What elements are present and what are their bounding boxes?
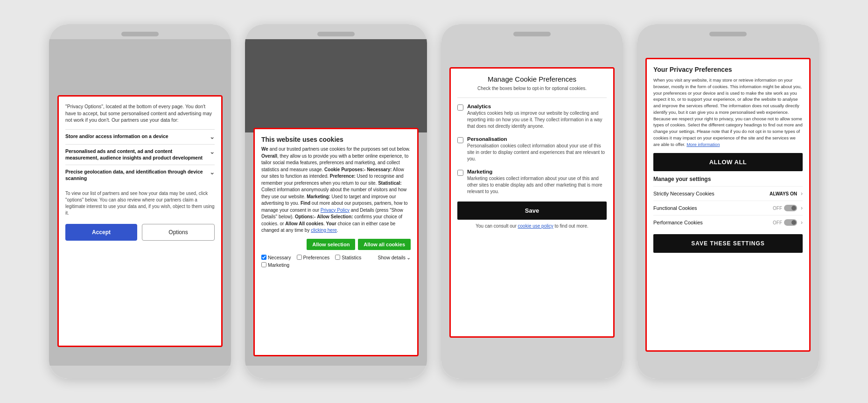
personalisation-checkbox[interactable] — [457, 137, 463, 143]
performance-cookies-row[interactable]: Performance Cookies OFF › — [653, 215, 803, 229]
phone-1: "Privacy Options", located at the bottom… — [49, 24, 231, 379]
preferences-checkbox[interactable] — [297, 255, 302, 260]
phone-screen-2: This website uses cookies We and our tru… — [245, 39, 427, 366]
allow-all-button[interactable]: ALLOW ALL — [653, 153, 803, 171]
chevron-right-icon-1: › — [801, 190, 803, 197]
preferences-checkbox-label[interactable]: Preferences — [297, 255, 330, 260]
phone-notch-3 — [513, 32, 551, 36]
phone2-title: This website uses cookies — [261, 136, 411, 143]
personalisation-desc: Personalisation cookies collect informat… — [467, 143, 607, 162]
always-on-badge: ALWAYS ON — [770, 191, 797, 196]
phone-4: Your Privacy Preferences When you visit … — [637, 24, 819, 379]
phone-bottom-bar-4 — [637, 366, 819, 379]
functional-off-label: OFF — [773, 206, 782, 211]
functional-toggle-switch[interactable] — [784, 205, 797, 211]
necessary-checkbox-label[interactable]: Necessary — [261, 255, 291, 260]
strictly-necessary-label: Strictly Necessary Cookies — [653, 191, 714, 196]
marketing-pref-checkbox[interactable] — [457, 170, 463, 176]
functional-cookies-label: Functional Cookies — [653, 205, 697, 211]
marketing-label: Marketing — [268, 262, 289, 268]
phone-bottom-bar-3 — [441, 366, 623, 379]
marketing-pref-desc: Marketing cookies collect information ab… — [467, 175, 607, 195]
phone4-dialog: Your Privacy Preferences When you visit … — [645, 58, 811, 352]
performance-toggle-right: OFF › — [773, 219, 803, 226]
cookie-policy-link[interactable]: cookie use policy — [518, 223, 553, 229]
chevron-down-icon: ⌄ — [406, 255, 411, 260]
phone1-intro: "Privacy Options", located at the bottom… — [65, 103, 215, 124]
analytics-desc: Analytics cookies help us improve our we… — [467, 110, 607, 130]
statistics-label: Statistics — [342, 255, 361, 260]
statistics-checkbox[interactable] — [335, 255, 340, 260]
personalisation-label: Personalisation — [467, 136, 607, 142]
phone2-dialog: This website uses cookies We and our tru… — [253, 128, 419, 356]
allow-selection-button[interactable]: Allow selection — [307, 239, 355, 250]
screen-top-2 — [245, 39, 427, 132]
phone4-body: When you visit any website, it may store… — [653, 77, 803, 147]
marketing-pref-label: Marketing — [467, 169, 607, 174]
personalisation-option: Personalisation Personalisation cookies … — [457, 136, 607, 162]
chevron-icon-3: ⌄ — [210, 169, 215, 176]
phone1-dialog: "Privacy Options", located at the bottom… — [57, 95, 223, 347]
manage-title: Manage your settings — [653, 176, 803, 182]
show-details[interactable]: Show details ⌄ — [378, 255, 411, 260]
allow-all-cookies-button[interactable]: Allow all cookies — [358, 239, 411, 250]
phone2-checkbox-row: Necessary Preferences Statistics Show de… — [261, 255, 411, 268]
analytics-label: Analytics — [467, 104, 607, 109]
performance-toggle-switch[interactable] — [784, 219, 797, 226]
phone-bottom-bar-1 — [49, 366, 231, 379]
phone4-title: Your Privacy Preferences — [653, 66, 803, 73]
consult-text: You can consult our cookie use policy to… — [457, 223, 607, 229]
marketing-option: Marketing Marketing cookies collect info… — [457, 169, 607, 195]
phone1-item-1[interactable]: Store and/or access information on a dev… — [65, 129, 215, 144]
chevron-right-icon-3: › — [801, 219, 803, 226]
statistics-checkbox-label[interactable]: Statistics — [335, 255, 361, 260]
strictly-necessary-toggle-right: ALWAYS ON › — [770, 190, 803, 197]
screen-top-1 — [49, 39, 231, 95]
phone-3: Manage Cookie Preferences Check the boxe… — [441, 24, 623, 379]
analytics-checkbox[interactable] — [457, 104, 463, 111]
phone2-body: We and our trusted partners use cookies … — [261, 146, 411, 234]
accept-button[interactable]: Accept — [65, 224, 137, 241]
phone2-btn-row: Allow selection Allow all cookies — [261, 239, 411, 250]
chevron-right-icon-2: › — [801, 205, 803, 211]
phone3-title: Manage Cookie Preferences — [457, 75, 607, 83]
phone1-item-2[interactable]: Personalised ads and content, ad and con… — [65, 144, 215, 165]
phone-notch-4 — [709, 32, 747, 36]
phone-screen-4: Your Privacy Preferences When you visit … — [637, 39, 819, 366]
phone-top-bar-2 — [245, 24, 427, 39]
phone3-subtitle: Check the boxes below to opt-in for opti… — [457, 86, 607, 91]
performance-cookies-label: Performance Cookies — [653, 220, 703, 225]
phone-notch-2 — [317, 32, 355, 36]
privacy-policy-link[interactable]: Privacy Policy — [321, 208, 350, 213]
phone-screen-3: Manage Cookie Preferences Check the boxe… — [441, 39, 623, 366]
functional-cookies-row[interactable]: Functional Cookies OFF › — [653, 201, 803, 215]
functional-toggle-right: OFF › — [773, 205, 803, 211]
options-button[interactable]: Options — [142, 224, 215, 241]
phone-2: This website uses cookies We and our tru… — [245, 24, 427, 379]
marketing-checkbox[interactable] — [261, 262, 266, 267]
analytics-option: Analytics Analytics cookies help us impr… — [457, 104, 607, 130]
phone-top-bar-1 — [49, 24, 231, 39]
phone1-partners-text: To view our list of partners and see how… — [65, 190, 215, 216]
clicking-here-link[interactable]: clicking here — [311, 228, 337, 233]
divider-1 — [457, 97, 607, 98]
necessary-checkbox[interactable] — [261, 255, 266, 260]
phone-notch-1 — [121, 32, 159, 36]
save-button[interactable]: Save — [457, 202, 607, 220]
chevron-icon-1: ⌄ — [210, 133, 215, 140]
preferences-label: Preferences — [303, 255, 330, 260]
phone3-dialog: Manage Cookie Preferences Check the boxe… — [449, 67, 615, 338]
phone-bottom-bar-2 — [245, 366, 427, 379]
marketing-checkbox-label[interactable]: Marketing — [261, 262, 289, 268]
strictly-necessary-row: Strictly Necessary Cookies ALWAYS ON › — [653, 186, 803, 201]
necessary-label: Necessary — [268, 255, 291, 260]
phone1-item-3[interactable]: Precise geolocation data, and identifica… — [65, 165, 215, 185]
phone-screen-1: "Privacy Options", located at the bottom… — [49, 39, 231, 366]
phone1-btn-row: Accept Options — [65, 224, 215, 241]
performance-off-label: OFF — [773, 220, 782, 225]
chevron-icon-2: ⌄ — [210, 148, 215, 155]
phone-top-bar-4 — [637, 24, 819, 39]
more-info-link[interactable]: More information — [686, 142, 720, 147]
save-settings-button[interactable]: SAVE THESE SETTINGS — [653, 234, 803, 253]
phone-top-bar-3 — [441, 24, 623, 39]
